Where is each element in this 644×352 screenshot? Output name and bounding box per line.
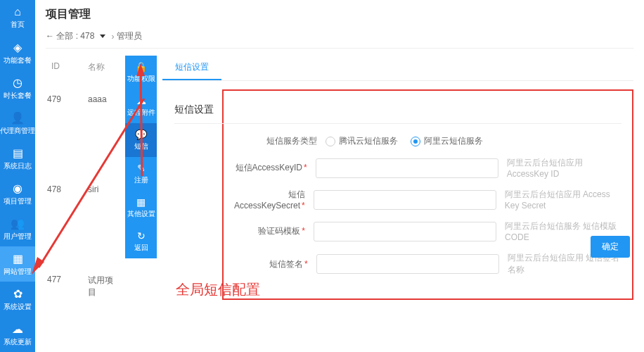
main-content: 项目管理 ← 全部 : 478 › 管理员 ID 名称 479 aaaa 478… [35, 0, 644, 321]
sidebar-item-label: 用户管理 [4, 232, 32, 241]
cell-name: 试用项目 [74, 275, 120, 298]
action-label: 返回 [134, 243, 148, 253]
action-register[interactable]: ✎注册 [125, 157, 157, 191]
radio-label: 腾讯云短信服务 [339, 135, 398, 147]
action-label: 功能权限 [127, 74, 155, 84]
input-accesskeysecret[interactable] [314, 190, 496, 210]
sidebar-item-label: 时长套餐 [4, 91, 32, 101]
gear-icon: ✿ [13, 287, 22, 301]
label-accesskeyid: 短信AccessKeyID* [234, 162, 316, 174]
sidebar-item-label: 功能套餐 [4, 56, 32, 65]
annotation-caption: 全局短信配置 [176, 280, 260, 299]
input-signature[interactable] [316, 254, 499, 274]
action-label: 短信 [134, 142, 148, 151]
tabs: 短信设置 [162, 56, 633, 81]
radio-icon [326, 137, 335, 146]
breadcrumb-all[interactable]: ← 全部 : 478 [46, 30, 94, 42]
label-signature: 短信签名* [234, 258, 316, 270]
package-icon: ◈ [13, 41, 22, 54]
breadcrumb-admin[interactable]: 管理员 [117, 30, 142, 42]
action-label: 注册 [134, 175, 148, 185]
action-label: 远程附件 [127, 108, 155, 118]
cell-id: 477 [46, 275, 74, 298]
action-label: 其他设置 [127, 209, 155, 219]
sms-icon: 💬 [135, 129, 147, 140]
sidebar-item-label: 代理商管理 [0, 126, 35, 136]
label-service-type: 短信服务类型 [234, 135, 326, 147]
dropdown-icon[interactable] [100, 34, 105, 38]
radio-group-service: 腾讯云短信服务 阿里云短信服务 [326, 135, 483, 147]
cell-id: 478 [46, 184, 74, 194]
table-row[interactable]: 479 aaaa [46, 79, 120, 120]
sidebar-item-home[interactable]: ⌂首页 [0, 0, 35, 35]
th-id: ID [46, 61, 74, 73]
radio-tencent[interactable]: 腾讯云短信服务 [326, 135, 398, 147]
cell-id: 479 [46, 94, 74, 104]
table-header: ID 名称 [46, 56, 120, 79]
lock-icon: 🔒 [135, 61, 147, 73]
th-name: 名称 [74, 61, 120, 73]
cloud-icon: ☁ [136, 95, 146, 106]
page-title: 项目管理 [46, 7, 633, 22]
users-icon: 👥 [11, 217, 25, 230]
action-permissions[interactable]: 🔒功能权限 [125, 56, 157, 89]
sidebar-item-label: 网站管理 [4, 267, 32, 277]
cell-name: aaaa [74, 94, 120, 104]
tab-sms-settings[interactable]: 短信设置 [162, 56, 221, 80]
sidebar-item-project-management[interactable]: ◉项目管理 [0, 176, 35, 211]
sidebar-item-system-settings[interactable]: ✿系统设置 [0, 282, 35, 317]
clock-icon: ◷ [13, 76, 22, 89]
action-back[interactable]: ↻返回 [125, 225, 157, 258]
project-icon: ◉ [13, 182, 22, 195]
help-accesskeyid: 阿里云后台短信应用 AccessKey ID [507, 157, 622, 179]
edit-icon: ✎ [137, 163, 146, 174]
sidebar-item-label: 系统日志 [4, 161, 32, 171]
action-other-settings[interactable]: ▦其他设置 [125, 191, 157, 225]
sidebar-item-agent-management[interactable]: 👤代理商管理 [0, 106, 35, 141]
action-menu: 🔒功能权限 ☁远程附件 💬短信 ✎注册 ▦其他设置 ↻返回 [125, 56, 157, 258]
action-sms[interactable]: 💬短信 [125, 123, 157, 157]
project-list-panel: ID 名称 479 aaaa 478 siri 477 试用项目 [46, 56, 120, 314]
sidebar-item-feature-package[interactable]: ◈功能套餐 [0, 35, 35, 70]
cloud-icon: ☁ [12, 322, 23, 336]
sidebar-item-label: 系统设置 [4, 302, 32, 312]
chevron-right-icon: › [111, 32, 114, 42]
site-icon: ▦ [13, 252, 23, 265]
breadcrumb: ← 全部 : 478 › 管理员 [46, 30, 633, 49]
sidebar-item-site-management[interactable]: ▦网站管理 [0, 246, 35, 282]
log-icon: ▤ [13, 146, 23, 160]
help-accesskeysecret: 阿里云后台短信应用 Access Key Secret [505, 189, 622, 210]
refresh-icon: ↻ [137, 230, 146, 241]
sidebar-item-duration-package[interactable]: ◷时长套餐 [0, 70, 35, 106]
table-row[interactable]: 478 siri [46, 169, 120, 210]
home-icon: ⌂ [14, 6, 21, 18]
label-template: 验证码模板* [234, 225, 314, 237]
main-sidebar: ⌂首页 ◈功能套餐 ◷时长套餐 👤代理商管理 ▤系统日志 ◉项目管理 👥用户管理… [0, 0, 35, 352]
action-remote-attach[interactable]: ☁远程附件 [125, 89, 157, 123]
sidebar-item-label: 首页 [11, 20, 25, 30]
confirm-button[interactable]: 确定 [591, 236, 630, 258]
sidebar-item-system-log[interactable]: ▤系统日志 [0, 141, 35, 176]
sms-settings-panel: 短信设置 短信服务类型 腾讯云短信服务 阿里云短信服务 短信AccessKeyI… [222, 89, 633, 300]
panel-title: 短信设置 [174, 103, 622, 124]
sidebar-item-label: 项目管理 [4, 196, 32, 206]
cell-name: siri [74, 184, 120, 194]
input-accesskeyid[interactable] [316, 158, 498, 178]
radio-label: 阿里云短信服务 [424, 135, 483, 147]
radio-aliyun[interactable]: 阿里云短信服务 [411, 135, 483, 147]
sidebar-item-system-update[interactable]: ☁系统更新 [0, 317, 35, 352]
label-accesskeysecret: 短信AccessKeySecret* [234, 189, 314, 210]
sidebar-item-user-management[interactable]: 👥用户管理 [0, 211, 35, 246]
radio-icon [411, 137, 420, 146]
sidebar-item-label: 系统更新 [4, 337, 32, 347]
input-template[interactable] [314, 222, 496, 241]
grid-icon: ▦ [136, 196, 146, 208]
table-row[interactable]: 477 试用项目 [46, 259, 120, 314]
user-icon: 👤 [11, 111, 25, 125]
